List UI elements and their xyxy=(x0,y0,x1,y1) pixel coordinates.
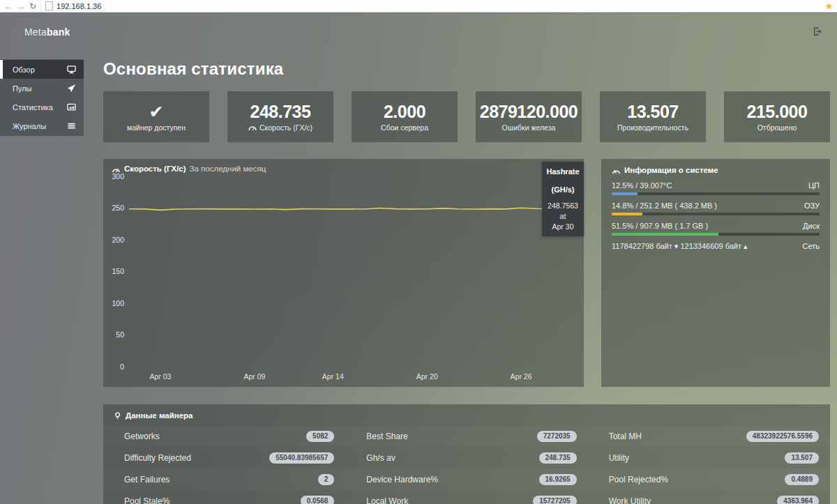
page-title: Основная статистика xyxy=(103,59,830,79)
address-bar[interactable]: 192.168.1.36 xyxy=(40,1,821,12)
miner-data-title: Данные майнера xyxy=(126,411,193,420)
stat-card-discarded: 215.000 Отброшено xyxy=(724,91,830,142)
sidebar-item-pools[interactable]: Пулы xyxy=(0,79,84,98)
disk-row: 51.5% / 907.9 MB ( 1.7 GB ) Диск xyxy=(612,222,820,236)
miner-data-panel: Данные майнера Getworks 5082 Best Share … xyxy=(103,404,830,504)
miner-stat-utility: Utility 13.507 xyxy=(588,452,830,464)
cpu-value: 12.5% / 39.007°C xyxy=(612,181,672,190)
tooltip-series: Hashrate xyxy=(544,167,582,176)
app-header: Metabank xyxy=(0,13,837,51)
stat-label: Getworks xyxy=(124,432,160,441)
sidebar: Обзор Пулы Статистика Журналы xyxy=(0,59,84,136)
stat-label: Pool Stale% xyxy=(124,496,169,504)
svg-text:Apr 03: Apr 03 xyxy=(149,372,171,381)
stat-badge: 15727205 xyxy=(533,496,577,504)
system-rows: 12.5% / 39.007°C ЦП 14.8% / 251.2 MB ( 4… xyxy=(612,181,820,251)
stat-badge: 5082 xyxy=(306,431,334,442)
stat-badge: 0.4889 xyxy=(785,474,819,485)
hashrate-chart-panel: Скорость (ГХ/с) За последний месяц 05010… xyxy=(103,159,584,387)
svg-text:Apr 26: Apr 26 xyxy=(511,372,532,381)
svg-text:Apr 20: Apr 20 xyxy=(416,372,438,381)
svg-text:200: 200 xyxy=(112,236,124,244)
miner-stat-work-utility: Work Utility 4363.964 xyxy=(588,496,830,504)
stat-card-hardware-errors: 2879120.000 Ошибки железа xyxy=(476,91,582,142)
stat-card-value: 2879120.000 xyxy=(480,102,578,121)
main-content: Основная статистика ✔ майнер доступен 24… xyxy=(103,59,830,504)
miner-stat-device-hardware: Device Hardware% 16.9265 xyxy=(345,474,587,485)
table-row: Get Failures 2 Device Hardware% 16.9265 … xyxy=(103,468,830,490)
stat-card-utility: 13.507 Производительность xyxy=(600,91,706,142)
svg-text:300: 300 xyxy=(112,172,124,181)
brand-logo[interactable]: Metabank xyxy=(24,26,70,38)
svg-text:0: 0 xyxy=(120,362,124,371)
stat-label: Local Work xyxy=(366,496,408,504)
miner-stat-ghs-av: Gh/s av 248.735 xyxy=(345,452,587,464)
browser-forward-icon[interactable]: → xyxy=(17,2,25,10)
browser-back-icon[interactable]: ← xyxy=(4,2,13,10)
sidebar-item-overview[interactable]: Обзор xyxy=(0,60,84,79)
cpu-progressbar xyxy=(612,192,820,195)
miner-data-header: Данные майнера xyxy=(103,411,830,420)
sidebar-item-label: Статистика xyxy=(13,103,53,112)
tooltip-value: 248.7563 at xyxy=(544,201,582,222)
miner-stat-difficulty-rejected: Difficulty Rejected 55040.83985657 xyxy=(103,452,345,464)
dashboard-page: Metabank Обзор Пулы Статистика xyxy=(0,13,837,504)
stat-label: Utility xyxy=(609,453,629,463)
middle-row: Скорость (ГХ/с) За последний месяц 05010… xyxy=(103,159,830,387)
stat-label: Best Share xyxy=(366,432,407,441)
miner-stat-get-failures: Get Failures 2 xyxy=(103,474,345,485)
cpu-progress-fill xyxy=(612,192,638,195)
stat-label: Pool Rejected% xyxy=(609,475,668,484)
sidebar-item-statistics[interactable]: Статистика xyxy=(0,98,84,116)
stat-badge: 48323922576.5596 xyxy=(746,431,819,442)
brand-prefix: Meta xyxy=(24,26,47,38)
sidebar-item-logs[interactable]: Журналы xyxy=(0,116,84,135)
system-info-header: Информация о системе xyxy=(612,166,820,174)
system-info-title: Информация о системе xyxy=(624,166,718,174)
gauge-icon xyxy=(112,165,121,173)
stat-card-label: Отброшено xyxy=(757,123,797,132)
table-row: Difficulty Rejected 55040.83985657 Gh/s … xyxy=(103,447,830,468)
miner-table: Getworks 5082 Best Share 7272035 Total M… xyxy=(103,425,830,504)
stat-card-value: 2.000 xyxy=(384,102,425,121)
network-label: Сеть xyxy=(803,242,820,251)
tooltip-unit: (GH/s) xyxy=(544,185,582,194)
disk-value: 51.5% / 907.9 MB ( 1.7 GB ) xyxy=(612,222,708,230)
ram-progressbar xyxy=(612,213,820,215)
sidebar-item-label: Обзор xyxy=(13,66,35,74)
disk-label: Диск xyxy=(803,222,820,230)
stat-badge: 4363.964 xyxy=(777,496,819,504)
chart-subtitle: За последний месяц xyxy=(190,165,266,173)
table-row: Pool Stale% 0.0568 Local Work 15727205 W… xyxy=(103,490,830,504)
stat-label: Work Utility xyxy=(609,496,651,504)
miner-stat-total-mh: Total MH 48323922576.5596 xyxy=(588,431,830,442)
bookmark-star-icon[interactable]: ★ xyxy=(825,1,833,11)
stat-card-label: майнер доступен xyxy=(127,123,186,132)
hashrate-line-chart[interactable]: 050100150200250300Apr 03Apr 09Apr 14Apr … xyxy=(103,159,584,387)
check-icon: ✔ xyxy=(149,102,164,121)
stat-label: Total MH xyxy=(609,432,642,441)
svg-text:150: 150 xyxy=(112,267,124,275)
stat-card-server-failures: 2.000 Сбои сервера xyxy=(352,91,458,142)
screen: ← → ↻ 192.168.1.36 ★ Metabank Обзор xyxy=(0,0,837,504)
table-row: Getworks 5082 Best Share 7272035 Total M… xyxy=(103,425,830,447)
miner-stat-getworks: Getworks 5082 xyxy=(103,431,345,442)
stat-badge: 7272035 xyxy=(537,431,577,442)
svg-text:Apr 09: Apr 09 xyxy=(243,372,265,381)
ram-label: ОЗУ xyxy=(804,201,820,210)
stat-card-value: 215.000 xyxy=(747,102,808,121)
stat-label: Gh/s av xyxy=(366,453,395,463)
miner-stat-pool-rejected: Pool Rejected% 0.4889 xyxy=(588,474,830,485)
gauge-icon xyxy=(248,125,257,131)
stat-badge: 248.735 xyxy=(539,452,577,464)
svg-text:250: 250 xyxy=(112,204,124,212)
monitor-icon xyxy=(67,65,76,74)
stat-badge: 0.0568 xyxy=(301,496,335,504)
browser-reload-icon[interactable]: ↻ xyxy=(29,2,36,10)
lightbulb-icon xyxy=(113,412,122,420)
logout-icon[interactable] xyxy=(812,26,823,37)
brand-suffix: bank xyxy=(47,26,70,38)
disk-progressbar xyxy=(612,233,820,236)
stat-badge: 13.507 xyxy=(785,452,819,464)
stat-badge: 55040.83985657 xyxy=(269,452,334,464)
